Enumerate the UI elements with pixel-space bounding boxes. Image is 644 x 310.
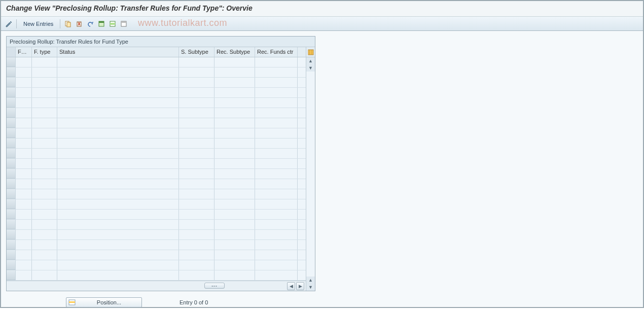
- cell-ftype[interactable]: [32, 179, 57, 189]
- column-header-fm[interactable]: FM...: [16, 47, 32, 57]
- row-selector[interactable]: [7, 88, 16, 97]
- row-selector[interactable]: [7, 179, 16, 189]
- row-selector[interactable]: [7, 270, 16, 280]
- cell-fm[interactable]: [16, 98, 32, 108]
- cell-fm[interactable]: [16, 260, 32, 270]
- cell-status[interactable]: [57, 250, 179, 260]
- new-entries-button[interactable]: New Entries: [20, 19, 57, 28]
- cell-rec-subtype[interactable]: [214, 98, 255, 108]
- row-selector[interactable]: [7, 260, 16, 270]
- cell-s-subtype[interactable]: [179, 118, 214, 128]
- cell-rec-subtype[interactable]: [214, 108, 255, 118]
- cell-fm[interactable]: [16, 128, 32, 138]
- cell-s-subtype[interactable]: [179, 139, 214, 148]
- table-row[interactable]: [7, 98, 306, 108]
- cell-rec-subtype[interactable]: [214, 78, 255, 87]
- cell-rec-funds-ctr[interactable]: [255, 118, 298, 128]
- cell-rec-funds-ctr[interactable]: [255, 179, 298, 189]
- cell-status[interactable]: [57, 128, 179, 138]
- cell-fm[interactable]: [16, 179, 32, 189]
- vscroll-down-button-2[interactable]: ▼: [306, 284, 315, 291]
- column-header-select[interactable]: [7, 47, 16, 57]
- cell-rec-subtype[interactable]: [214, 139, 255, 148]
- cell-s-subtype[interactable]: [179, 270, 214, 280]
- cell-rec-funds-ctr[interactable]: [255, 230, 298, 239]
- position-button[interactable]: Position...: [66, 297, 142, 307]
- table-row[interactable]: [7, 240, 306, 250]
- cell-rec-subtype[interactable]: [214, 57, 255, 67]
- column-header-rec-subtype[interactable]: Rec. Subtype: [214, 47, 255, 57]
- cell-ftype[interactable]: [32, 98, 57, 108]
- table-row[interactable]: [7, 149, 306, 159]
- cell-s-subtype[interactable]: [179, 88, 214, 97]
- cell-ftype[interactable]: [32, 118, 57, 128]
- row-selector[interactable]: [7, 139, 16, 148]
- cell-rec-subtype[interactable]: [214, 88, 255, 97]
- row-selector[interactable]: [7, 159, 16, 168]
- cell-fm[interactable]: [16, 57, 32, 67]
- cell-status[interactable]: [57, 220, 179, 229]
- table-row[interactable]: [7, 67, 306, 78]
- cell-rec-subtype[interactable]: [214, 230, 255, 239]
- cell-ftype[interactable]: [32, 210, 57, 219]
- table-row[interactable]: [7, 199, 306, 210]
- table-row[interactable]: [7, 88, 306, 98]
- cell-fm[interactable]: [16, 67, 32, 77]
- cell-rec-funds-ctr[interactable]: [255, 199, 298, 209]
- column-header-status[interactable]: Status: [57, 47, 179, 57]
- hscroll-right-button[interactable]: ▶: [296, 282, 304, 290]
- cell-s-subtype[interactable]: [179, 189, 214, 199]
- cell-s-subtype[interactable]: [179, 159, 214, 168]
- table-row[interactable]: [7, 78, 306, 88]
- cell-status[interactable]: [57, 98, 179, 108]
- cell-s-subtype[interactable]: [179, 98, 214, 108]
- cell-ftype[interactable]: [32, 270, 57, 280]
- cell-status[interactable]: [57, 78, 179, 87]
- cell-fm[interactable]: [16, 240, 32, 250]
- table-row[interactable]: [7, 250, 306, 260]
- table-row[interactable]: [7, 210, 306, 220]
- cell-status[interactable]: [57, 230, 179, 239]
- table-row[interactable]: [7, 189, 306, 199]
- deselect-all-icon[interactable]: [119, 19, 128, 28]
- row-selector[interactable]: [7, 57, 16, 67]
- cell-s-subtype[interactable]: [179, 169, 214, 179]
- cell-rec-subtype[interactable]: [214, 189, 255, 199]
- table-row[interactable]: [7, 159, 306, 169]
- cell-rec-funds-ctr[interactable]: [255, 139, 298, 148]
- toggle-change-icon[interactable]: [4, 19, 13, 28]
- select-all-icon[interactable]: [97, 19, 106, 28]
- cell-ftype[interactable]: [32, 199, 57, 209]
- cell-rec-subtype[interactable]: [214, 260, 255, 270]
- cell-rec-funds-ctr[interactable]: [255, 57, 298, 67]
- cell-rec-funds-ctr[interactable]: [255, 149, 298, 158]
- cell-status[interactable]: [57, 179, 179, 189]
- cell-fm[interactable]: [16, 270, 32, 280]
- table-row[interactable]: [7, 270, 306, 281]
- cell-fm[interactable]: [16, 189, 32, 199]
- cell-rec-subtype[interactable]: [214, 118, 255, 128]
- cell-rec-funds-ctr[interactable]: [255, 108, 298, 118]
- table-row[interactable]: [7, 220, 306, 230]
- cell-fm[interactable]: [16, 88, 32, 97]
- cell-rec-subtype[interactable]: [214, 199, 255, 209]
- cell-status[interactable]: [57, 118, 179, 128]
- cell-status[interactable]: [57, 260, 179, 270]
- cell-fm[interactable]: [16, 149, 32, 158]
- hscroll-thumb[interactable]: •••: [204, 283, 225, 289]
- cell-ftype[interactable]: [32, 250, 57, 260]
- cell-ftype[interactable]: [32, 128, 57, 138]
- cell-rec-funds-ctr[interactable]: [255, 88, 298, 97]
- table-row[interactable]: [7, 169, 306, 179]
- row-selector[interactable]: [7, 128, 16, 138]
- row-selector[interactable]: [7, 149, 16, 158]
- cell-rec-subtype[interactable]: [214, 210, 255, 219]
- cell-rec-subtype[interactable]: [214, 169, 255, 179]
- row-selector[interactable]: [7, 199, 16, 209]
- table-row[interactable]: [7, 260, 306, 270]
- cell-s-subtype[interactable]: [179, 149, 214, 158]
- cell-fm[interactable]: [16, 139, 32, 148]
- cell-rec-funds-ctr[interactable]: [255, 260, 298, 270]
- cell-ftype[interactable]: [32, 189, 57, 199]
- row-selector[interactable]: [7, 240, 16, 250]
